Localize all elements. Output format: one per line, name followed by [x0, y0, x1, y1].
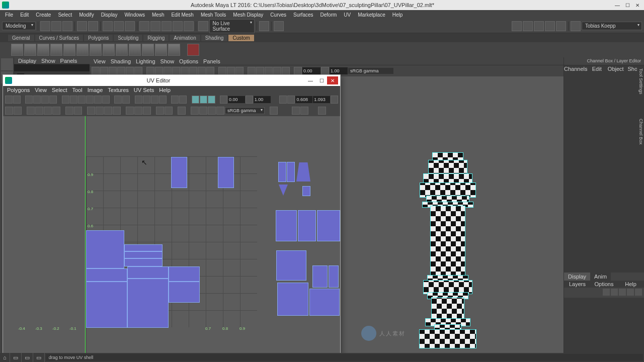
layout-icon-3[interactable] [534, 21, 544, 31]
uv-tool-icon[interactable] [94, 96, 102, 104]
uv-tool-icon[interactable] [126, 107, 134, 115]
uv-tool-icon[interactable] [199, 107, 207, 115]
menu-mesh-tools[interactable]: Mesh Tools [198, 12, 229, 18]
uv-tool-icon[interactable] [287, 96, 295, 104]
uv-shell[interactable] [329, 266, 338, 287]
vp-panels[interactable]: Panels [201, 58, 222, 64]
tab-channels[interactable]: Channels [564, 65, 587, 73]
layer-icon[interactable] [635, 289, 642, 296]
shelf-tab-animation[interactable]: Animation [170, 35, 200, 41]
workspace-selector[interactable]: Modeling [2, 22, 36, 30]
shelf-tab-polygons[interactable]: Polygons [84, 35, 113, 41]
vp-tool-icon[interactable] [146, 67, 154, 75]
tab-display[interactable]: Display [564, 273, 590, 281]
uv-tool-icon[interactable] [143, 96, 150, 104]
uv-tool-icon[interactable] [96, 107, 104, 115]
layout-icon-5[interactable] [556, 21, 566, 31]
shelf-icon[interactable] [129, 44, 141, 56]
uv-menu-tool[interactable]: Tool [70, 87, 85, 93]
shelf-icon[interactable] [116, 44, 128, 56]
shelf-icon[interactable] [103, 44, 115, 56]
uv-tool-icon[interactable] [300, 107, 308, 115]
uv-shell[interactable] [317, 211, 340, 241]
uv-tool-icon[interactable] [104, 107, 112, 115]
tab-layers[interactable]: Layers [564, 281, 591, 288]
shelf-icon[interactable] [24, 44, 36, 56]
close-button[interactable]: ✕ [633, 2, 642, 9]
uv-shell[interactable] [172, 157, 187, 188]
vp-tool-icon[interactable] [321, 67, 329, 75]
uv-tool-icon[interactable] [33, 96, 41, 104]
shelf-icon[interactable] [11, 44, 23, 56]
uv-shell[interactable] [287, 162, 294, 182]
snap-curve-icon[interactable] [150, 21, 160, 31]
vp-options[interactable]: Options [177, 58, 200, 64]
uv-tool-icon[interactable] [208, 107, 216, 115]
uv-tool-icon[interactable] [13, 96, 21, 104]
shelf-icon[interactable] [76, 44, 89, 56]
vp-lighting[interactable]: Lighting [134, 58, 157, 64]
status-seg[interactable]: ▭ [33, 353, 45, 362]
menu-marketplace[interactable]: Marketplace [355, 12, 388, 18]
shelf-tab-custom[interactable]: Custom [228, 35, 254, 41]
layer-icon[interactable] [611, 289, 618, 296]
paint-select-icon[interactable] [125, 21, 135, 31]
uv-tool-icon[interactable] [331, 96, 338, 104]
uv-tool-icon[interactable] [86, 96, 94, 104]
vp-view[interactable]: View [92, 58, 108, 64]
vp-tool-icon[interactable] [181, 67, 189, 75]
uv-tool-icon[interactable] [102, 96, 110, 104]
uv-tool-icon[interactable] [165, 107, 173, 115]
redo-icon[interactable] [88, 21, 98, 31]
new-scene-icon[interactable] [40, 21, 50, 31]
uv-tool-icon[interactable] [220, 96, 227, 104]
uv-tool-icon[interactable] [70, 96, 77, 104]
uv-menu-uvsets[interactable]: UV Sets [132, 87, 156, 93]
outliner-show[interactable]: Show [39, 58, 57, 64]
menu-mesh-display[interactable]: Mesh Display [230, 12, 266, 18]
uv-menu-select[interactable]: Select [50, 87, 69, 93]
shelf-icon[interactable] [63, 44, 75, 56]
uv-num[interactable]: 1.093 [313, 96, 330, 103]
uv-tool-icon[interactable] [151, 96, 158, 104]
vp-tool-icon[interactable] [198, 67, 206, 75]
snap-live-icon[interactable] [184, 21, 194, 31]
uv-tool-icon[interactable] [134, 107, 142, 115]
render-icon[interactable] [274, 21, 284, 31]
menu-deform[interactable]: Deform [317, 12, 340, 18]
uv-shell[interactable] [128, 279, 168, 327]
uv-tool-icon[interactable] [318, 107, 326, 115]
shelf-icon[interactable] [142, 44, 154, 56]
shelf-icon[interactable] [155, 44, 167, 56]
uv-shell[interactable] [125, 252, 162, 258]
select-tool-icon[interactable] [1, 58, 13, 70]
shelf-tab-sculpting[interactable]: Sculpting [114, 35, 142, 41]
layout-icon-1[interactable] [512, 21, 522, 31]
vp-tool-icon[interactable] [294, 67, 302, 75]
vp-gamma[interactable]: sRGB gamma [348, 68, 393, 74]
uv-shell[interactable] [169, 267, 199, 281]
vp-tool-icon[interactable] [172, 67, 180, 75]
uv-shell[interactable] [128, 267, 168, 278]
uv-menu-polygons[interactable]: Polygons [5, 87, 32, 93]
vp-tool-icon[interactable] [206, 67, 214, 75]
uv-tool-icon[interactable] [178, 107, 186, 115]
uv-tool-icon[interactable] [41, 96, 49, 104]
sidetab-channel-box[interactable]: Channel Box [637, 116, 644, 148]
menu-help[interactable]: Help [389, 12, 406, 18]
uv-shell[interactable] [218, 157, 233, 188]
vp-tool-icon[interactable] [282, 67, 290, 75]
shelf-icon[interactable] [37, 44, 49, 56]
vp-tool-icon[interactable] [164, 67, 172, 75]
shelf-tab-shading[interactable]: Shading [201, 35, 228, 41]
shelf-tab-rigging[interactable]: Rigging [143, 35, 169, 41]
uv-menu-image[interactable]: Image [86, 87, 105, 93]
outliner-panels[interactable]: Panels [58, 58, 79, 64]
uv-shell[interactable] [169, 282, 199, 302]
uv-tool-icon[interactable] [52, 107, 60, 115]
menu-edit-mesh[interactable]: Edit Mesh [168, 12, 196, 18]
vp-tool-icon[interactable] [218, 67, 226, 75]
uv-shell[interactable] [298, 211, 315, 241]
uv-tool-icon[interactable] [87, 107, 95, 115]
vp-tool-icon[interactable] [235, 67, 244, 75]
